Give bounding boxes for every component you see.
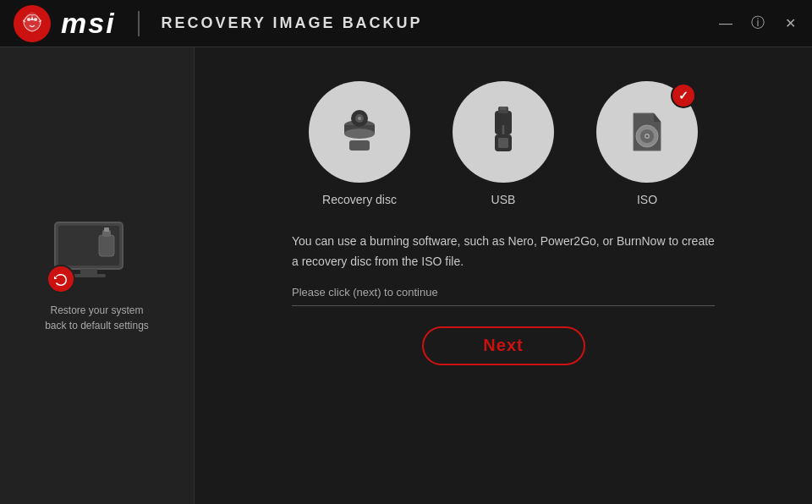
recovery-disc-circle[interactable] [309, 81, 410, 183]
sidebar-label: Restore your system back to default sett… [45, 303, 149, 333]
iso-icon [622, 107, 672, 157]
option-usb[interactable]: USB [453, 81, 554, 206]
next-button[interactable]: Next [422, 326, 585, 365]
minimize-button[interactable]: — [717, 16, 734, 31]
usb-icon [478, 107, 529, 157]
title-divider [138, 11, 140, 36]
iso-circle[interactable] [596, 81, 698, 183]
main-layout: Restore your system back to default sett… [0, 47, 812, 504]
content-area: Recovery disc [195, 47, 812, 504]
app-logo: msi RECOVERY IMAGE BACKUP [14, 5, 423, 42]
svg-rect-19 [500, 107, 507, 110]
window-controls: — ⓘ ✕ [717, 14, 798, 32]
status-text: Please click (next) to continue [292, 286, 715, 306]
svg-point-2 [34, 18, 37, 21]
selected-checkmark-badge [671, 83, 696, 108]
svg-point-15 [358, 117, 361, 120]
svg-rect-9 [104, 227, 109, 232]
svg-rect-7 [99, 235, 114, 256]
titlebar: msi RECOVERY IMAGE BACKUP — ⓘ ✕ [0, 0, 812, 47]
disc-icon [334, 107, 385, 157]
option-recovery-disc[interactable]: Recovery disc [309, 81, 410, 206]
iso-label: ISO [637, 193, 657, 206]
svg-rect-28 [498, 138, 508, 148]
sidebar: Restore your system back to default sett… [0, 47, 195, 504]
recovery-disc-label: Recovery disc [322, 193, 397, 206]
info-button[interactable]: ⓘ [749, 14, 766, 32]
msi-logo-text: msi [61, 7, 116, 40]
svg-rect-5 [80, 269, 97, 274]
svg-rect-6 [72, 274, 106, 277]
svg-point-1 [27, 18, 30, 21]
usb-label: USB [491, 193, 516, 206]
close-button[interactable]: ✕ [782, 15, 798, 31]
backup-options-row: Recovery disc [309, 81, 698, 206]
svg-point-32 [646, 135, 649, 138]
svg-rect-16 [349, 140, 370, 151]
app-title: RECOVERY IMAGE BACKUP [162, 14, 423, 32]
sidebar-icon-wrapper [51, 218, 144, 289]
svg-point-12 [344, 129, 375, 139]
description-area: You can use a burning software, such as … [292, 232, 715, 316]
description-text: You can use a burning software, such as … [292, 232, 715, 272]
usb-circle[interactable] [453, 81, 554, 183]
dragon-icon [14, 5, 51, 42]
option-iso[interactable]: ISO [596, 81, 698, 206]
restore-badge-icon [47, 265, 75, 293]
